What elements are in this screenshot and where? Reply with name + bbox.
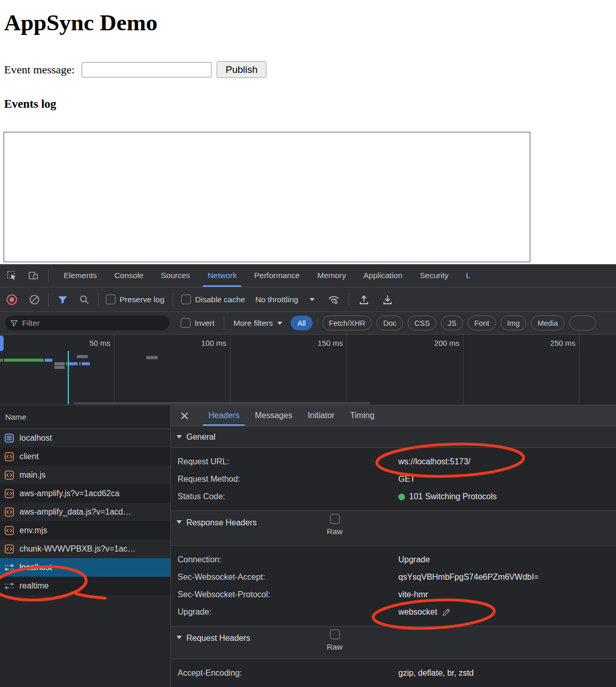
tab-sources[interactable]: Sources bbox=[152, 264, 199, 287]
invert-label: Invert bbox=[195, 319, 215, 328]
tick-label: 200 ms bbox=[416, 339, 459, 347]
tab-network[interactable]: Network bbox=[199, 264, 245, 287]
filter-funnel-small-icon bbox=[10, 319, 18, 327]
waterfall-bar bbox=[45, 359, 52, 362]
filter-pill-doc[interactable]: Doc bbox=[376, 316, 403, 330]
filter-pill-css[interactable]: CSS bbox=[408, 316, 436, 330]
name-column-header[interactable]: Name bbox=[0, 405, 170, 429]
tick-label: 50 ms bbox=[67, 339, 110, 347]
search-icon[interactable] bbox=[78, 293, 91, 306]
import-har-icon[interactable] bbox=[381, 293, 394, 306]
preserve-log-label: Preserve log bbox=[120, 295, 164, 304]
export-har-icon[interactable] bbox=[357, 293, 371, 306]
clear-icon[interactable] bbox=[28, 293, 41, 306]
request-headers-section-header[interactable]: Request Headers Raw bbox=[171, 626, 616, 659]
pencil-icon[interactable] bbox=[441, 607, 451, 617]
publish-button[interactable]: Publish bbox=[217, 61, 266, 78]
network-conditions-icon[interactable] bbox=[327, 293, 340, 306]
divider bbox=[349, 293, 349, 306]
horizontal-scrollbar[interactable] bbox=[73, 402, 370, 404]
divider bbox=[48, 269, 49, 282]
active-tab-underline bbox=[203, 424, 245, 426]
filter-pill-font[interactable]: Font bbox=[468, 316, 496, 330]
tick-label: 100 ms bbox=[183, 339, 226, 347]
request-headers-rows: Accept-Encoding: gzip, deflate, br, zstd bbox=[171, 659, 616, 687]
screenshot-root: AppSync Demo Event message: Publish Even… bbox=[0, 0, 616, 687]
event-message-label: Event message: bbox=[4, 63, 74, 76]
record-icon[interactable] bbox=[5, 293, 18, 306]
devtools-panel: Elements Console Sources Network Perform… bbox=[0, 264, 616, 687]
tab-application[interactable]: Application bbox=[355, 264, 411, 287]
details-tab-initiator[interactable]: Initiator bbox=[300, 405, 342, 426]
filter-input[interactable]: Filter bbox=[5, 316, 169, 330]
header-row: Request Method: GET bbox=[171, 470, 616, 488]
filter-pill-all[interactable]: All bbox=[291, 316, 312, 330]
inspect-icon[interactable] bbox=[5, 269, 18, 282]
tab-performance[interactable]: Performance bbox=[245, 264, 309, 287]
close-icon[interactable] bbox=[178, 409, 190, 422]
waterfall-bar bbox=[4, 359, 44, 362]
tab-elements[interactable]: Elements bbox=[55, 264, 106, 287]
invert-checkbox[interactable] bbox=[181, 318, 190, 328]
request-row-selected[interactable]: localhost bbox=[0, 558, 170, 577]
filter-placeholder: Filter bbox=[22, 319, 40, 328]
disable-cache-label: Disable cache bbox=[195, 295, 245, 304]
waterfall-bar bbox=[54, 362, 65, 365]
gridline bbox=[579, 335, 580, 405]
request-row[interactable]: client bbox=[0, 447, 170, 466]
section-title: Response Headers bbox=[186, 518, 257, 527]
more-filters-button[interactable]: More filters bbox=[234, 319, 273, 328]
filter-pill-fetchxhr[interactable]: Fetch/XHR bbox=[322, 316, 372, 330]
details-tab-headers[interactable]: Headers bbox=[201, 405, 247, 426]
dcl-event-line bbox=[68, 351, 69, 404]
general-section-header[interactable]: General bbox=[171, 426, 616, 448]
details-tab-timing[interactable]: Timing bbox=[342, 405, 382, 426]
filter-pill-partial[interactable] bbox=[569, 316, 596, 330]
tab-console[interactable]: Console bbox=[106, 264, 152, 287]
tab-memory[interactable]: Memory bbox=[309, 264, 355, 287]
script-icon bbox=[4, 525, 14, 536]
request-row[interactable]: env.mjs bbox=[0, 521, 170, 540]
filter-pill-img[interactable]: Img bbox=[500, 316, 526, 330]
filter-pill-media[interactable]: Media bbox=[531, 316, 565, 330]
gridline bbox=[463, 335, 464, 405]
request-row[interactable]: aws-amplify.js?v=1acd62ca bbox=[0, 484, 170, 503]
header-row: Sec-Websocket-Protocol: vite-hmr bbox=[171, 586, 616, 603]
status-ok-dot bbox=[398, 494, 405, 500]
event-message-input[interactable] bbox=[82, 62, 211, 77]
waterfall-bar bbox=[79, 362, 81, 365]
header-row: Status Code: 101 Switching Protocols bbox=[171, 488, 616, 505]
network-overview-timeline[interactable]: 50 ms 100 ms 150 ms 200 ms 250 ms bbox=[0, 335, 616, 405]
disclosure-triangle-icon bbox=[177, 435, 182, 439]
header-row: Request URL: ws://localhost:5173/ bbox=[171, 453, 616, 470]
gridline bbox=[114, 335, 114, 405]
details-tab-messages[interactable]: Messages bbox=[247, 405, 300, 426]
script-icon bbox=[4, 452, 14, 462]
disable-cache-checkbox[interactable] bbox=[181, 295, 191, 304]
throttling-select[interactable]: No throttling bbox=[255, 295, 298, 304]
script-icon bbox=[4, 470, 14, 480]
response-headers-section-header[interactable]: Response Headers Raw bbox=[171, 511, 616, 546]
raw-checkbox[interactable] bbox=[330, 514, 340, 524]
header-row: Upgrade: websocket bbox=[171, 603, 616, 621]
chevron-down-icon bbox=[277, 322, 282, 325]
section-title: General bbox=[186, 433, 216, 442]
request-row[interactable]: localhost bbox=[0, 429, 170, 447]
request-row[interactable]: aws-amplify_data.js?v=1acd… bbox=[0, 503, 170, 521]
filter-funnel-icon[interactable] bbox=[56, 293, 69, 306]
preserve-log-checkbox[interactable] bbox=[106, 295, 116, 304]
filter-pill-js[interactable]: JS bbox=[441, 316, 463, 330]
request-row[interactable]: main.js bbox=[0, 466, 170, 484]
request-row[interactable]: chunk-WVWVPBXB.js?v=1ac… bbox=[0, 540, 170, 558]
request-row[interactable]: realtime bbox=[0, 577, 170, 595]
tab-security[interactable]: Security bbox=[411, 264, 457, 287]
section-title: Request Headers bbox=[186, 634, 251, 643]
raw-checkbox[interactable] bbox=[330, 630, 340, 639]
tab-lighthouse-partial[interactable]: L bbox=[457, 264, 479, 287]
event-message-row: Event message: Publish bbox=[4, 61, 266, 78]
device-toolbar-icon[interactable] bbox=[27, 269, 40, 282]
overview-handle bbox=[0, 336, 4, 351]
waterfall-bar bbox=[66, 362, 67, 365]
waterfall-bar bbox=[146, 356, 158, 359]
document-icon bbox=[4, 433, 14, 443]
